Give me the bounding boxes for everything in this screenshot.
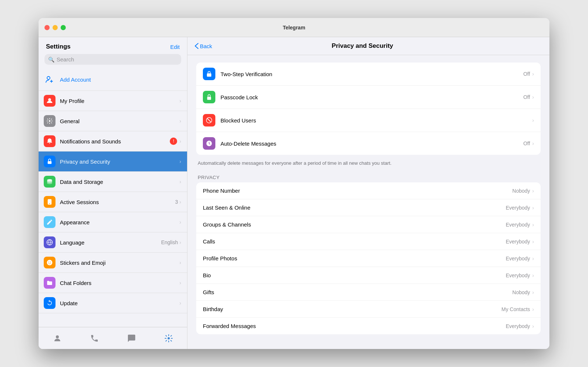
sidebar-item-label-general: General <box>60 118 179 124</box>
bottom-nav-chats[interactable] <box>123 330 140 346</box>
back-button[interactable]: Back <box>195 43 212 49</box>
add-account-item[interactable]: Add Account <box>39 68 187 91</box>
chevron-icon: › <box>532 306 534 312</box>
auto-delete-row[interactable]: Auto-Delete Messages Off › <box>196 132 541 155</box>
birthday-row[interactable]: Birthday My Contacts › <box>196 301 541 318</box>
minimize-button[interactable] <box>53 25 58 30</box>
sidebar-item-data[interactable]: Data and Storage › <box>39 172 187 192</box>
right-panel-title: Privacy and Security <box>212 42 513 50</box>
sidebar-item-general[interactable]: General › <box>39 111 187 131</box>
last-seen-label: Last Seen & Online <box>203 204 506 211</box>
bottom-nav-settings[interactable] <box>161 330 177 346</box>
gifts-row[interactable]: Gifts Nobody › <box>196 284 541 301</box>
chevron-icon: › <box>179 158 181 164</box>
two-step-icon <box>203 68 215 80</box>
edit-button[interactable]: Edit <box>170 44 180 50</box>
svg-point-8 <box>47 260 53 266</box>
profile-photos-value: Everybody <box>506 256 530 261</box>
window-controls <box>44 25 66 30</box>
back-label: Back <box>200 43 212 49</box>
privacy-icon <box>44 156 55 167</box>
search-icon: 🔍 <box>48 57 54 63</box>
language-value: English <box>161 239 178 245</box>
forwarded-row[interactable]: Forwarded Messages Everybody › <box>196 318 541 334</box>
forwarded-value: Everybody <box>506 323 530 329</box>
groups-row[interactable]: Groups & Channels Everybody › <box>196 216 541 233</box>
language-icon <box>44 236 55 248</box>
svg-rect-13 <box>207 97 211 100</box>
chevron-icon: › <box>532 188 534 194</box>
svg-point-1 <box>48 98 51 101</box>
two-step-row[interactable]: Two-Step Verification Off › <box>196 63 541 86</box>
search-bar[interactable]: 🔍 <box>44 54 181 65</box>
phone-number-row[interactable]: Phone Number Nobody › <box>196 182 541 199</box>
close-button[interactable] <box>44 25 50 30</box>
right-panel: Back Privacy and Security Two-Step Verif… <box>187 37 549 349</box>
svg-line-15 <box>207 118 211 122</box>
auto-delete-icon <box>203 137 215 150</box>
chevron-icon: › <box>179 118 181 124</box>
chevron-icon: › <box>179 239 181 245</box>
passcode-row[interactable]: Passcode Lock Off › <box>196 86 541 109</box>
auto-delete-label: Auto-Delete Messages <box>220 140 523 147</box>
sidebar-item-label-notifications: Notifications and Sounds <box>60 138 170 145</box>
svg-point-11 <box>56 335 59 338</box>
last-seen-row[interactable]: Last Seen & Online Everybody › <box>196 199 541 216</box>
bottom-nav-calls[interactable] <box>86 330 103 346</box>
notification-badge: ! <box>170 138 177 145</box>
chevron-icon: › <box>532 140 534 146</box>
add-account-icon <box>44 74 55 85</box>
svg-point-0 <box>47 76 50 79</box>
app-window: Telegram Settings Edit 🔍 <box>39 18 549 349</box>
bottom-nav-contacts[interactable] <box>49 330 65 346</box>
sidebar-item-label-folders: Chat Folders <box>60 280 179 286</box>
maximize-button[interactable] <box>61 25 66 30</box>
sidebar-item-stickers[interactable]: Stickers and Emoji › <box>39 253 187 273</box>
two-step-value: Off <box>523 71 530 77</box>
chevron-icon: › <box>532 289 534 295</box>
sidebar-item-label-appearance: Appearance <box>60 219 179 225</box>
main-content: Settings Edit 🔍 <box>39 37 549 349</box>
chevron-icon: › <box>179 280 181 286</box>
chevron-icon: › <box>179 300 181 306</box>
search-input[interactable] <box>57 56 178 63</box>
gifts-value: Nobody <box>512 289 530 295</box>
calls-row[interactable]: Calls Everybody › <box>196 233 541 250</box>
sidebar-item-folders[interactable]: Chat Folders › <box>39 273 187 293</box>
chevron-icon: › <box>179 199 181 205</box>
sidebar-item-appearance[interactable]: Appearance › <box>39 212 187 232</box>
sidebar-item-update[interactable]: Update › <box>39 293 187 313</box>
blocked-icon <box>203 114 215 127</box>
last-seen-value: Everybody <box>506 205 530 211</box>
update-icon <box>44 297 55 309</box>
bottom-nav <box>39 327 187 349</box>
calls-value: Everybody <box>506 239 530 245</box>
chevron-icon: › <box>179 179 181 185</box>
bio-row[interactable]: Bio Everybody › <box>196 267 541 284</box>
sidebar-item-my-profile[interactable]: My Profile › <box>39 91 187 111</box>
groups-value: Everybody <box>506 222 530 228</box>
sidebar-title: Settings <box>46 43 71 50</box>
sidebar-item-sessions[interactable]: Active Sessions 3 › <box>39 192 187 212</box>
chevron-icon: › <box>532 205 534 211</box>
chevron-icon: › <box>532 239 534 245</box>
sidebar-item-language[interactable]: Language English › <box>39 232 187 253</box>
sidebar: Settings Edit 🔍 <box>39 37 187 349</box>
svg-point-12 <box>168 337 170 339</box>
sessions-icon <box>44 196 55 208</box>
right-header: Back Privacy and Security <box>187 37 549 55</box>
forwarded-label: Forwarded Messages <box>203 323 506 329</box>
appearance-icon <box>44 216 55 228</box>
stickers-icon <box>44 257 55 268</box>
add-account-label: Add Account <box>60 76 91 83</box>
chevron-icon: › <box>532 117 534 123</box>
general-icon <box>44 115 55 127</box>
auto-delete-value: Off <box>523 140 530 146</box>
profile-photos-row[interactable]: Profile Photos Everybody › <box>196 250 541 267</box>
blocked-row[interactable]: Blocked Users › <box>196 109 541 132</box>
groups-label: Groups & Channels <box>203 221 506 228</box>
sidebar-item-notifications[interactable]: Notifications and Sounds ! › <box>39 131 187 152</box>
chevron-icon: › <box>179 138 181 144</box>
sidebar-item-privacy[interactable]: Privacy and Security › <box>39 152 187 172</box>
phone-number-value: Nobody <box>512 188 530 194</box>
